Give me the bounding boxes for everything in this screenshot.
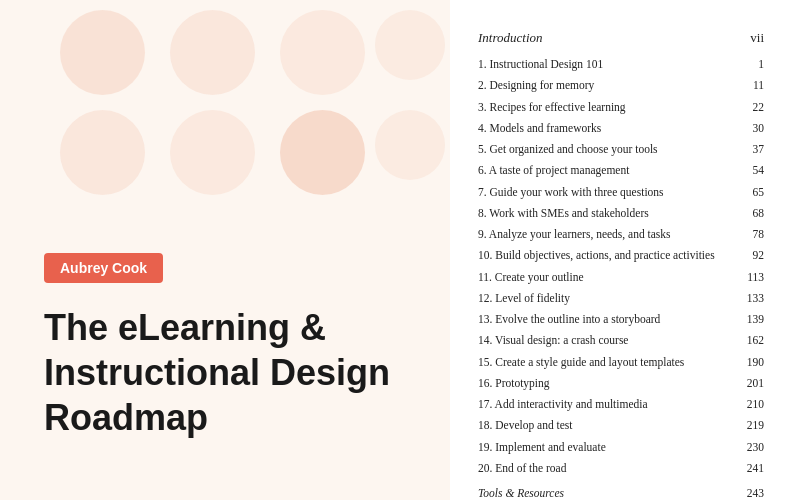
author-badge: Aubrey Cook [44,253,163,283]
toc-item-page: 54 [740,164,764,176]
toc-item-label: 17. Add interactivity and multimedia [478,396,740,413]
toc-item-page: 241 [740,462,764,474]
toc-item: 3. Recipes for effective learning 22 [478,99,764,116]
toc-item-page: 190 [740,356,764,368]
toc-item-page: 68 [740,207,764,219]
toc-item-page: 201 [740,377,764,389]
toc-item: 19. Implement and evaluate 230 [478,439,764,456]
toc-item-page: 30 [740,122,764,134]
left-panel: Aubrey Cook The eLearning & Instructiona… [0,0,450,500]
left-content: Aubrey Cook The eLearning & Instructiona… [44,253,430,440]
toc-item-page: 113 [740,271,764,283]
toc-item: 14. Visual design: a crash course 162 [478,332,764,349]
toc-item-page: 219 [740,419,764,431]
dot-2 [170,10,255,95]
toc-item-label: 3. Recipes for effective learning [478,99,740,116]
toc-item: 15. Create a style guide and layout temp… [478,354,764,371]
dot-8 [375,110,445,180]
toc-item-label: 11. Create your outline [478,269,740,286]
toc-item-label: 6. A taste of project management [478,162,740,179]
toc-appendix-label: Tools & Resources [478,487,564,499]
toc-item-page: 37 [740,143,764,155]
toc-item-page: 230 [740,441,764,453]
toc-item: 2. Designing for memory 11 [478,77,764,94]
toc-item: 13. Evolve the outline into a storyboard… [478,311,764,328]
toc-item: 1. Instructional Design 101 1 [478,56,764,73]
toc-item-page: 139 [740,313,764,325]
toc-item-page: 65 [740,186,764,198]
toc-item-label: 7. Guide your work with three questions [478,184,740,201]
toc-item: 16. Prototyping 201 [478,375,764,392]
toc-item-label: 9. Analyze your learners, needs, and tas… [478,226,740,243]
table-of-contents: Introduction vii 1. Instructional Design… [478,30,764,500]
dot-1 [60,10,145,95]
toc-appendix-page: 243 [747,487,764,499]
toc-item-page: 22 [740,101,764,113]
toc-item-label: 1. Instructional Design 101 [478,56,740,73]
dot-7 [280,110,365,195]
toc-item-label: 20. End of the road [478,460,740,477]
toc-item-label: 5. Get organized and choose your tools [478,141,740,158]
toc-item-label: 4. Models and frameworks [478,120,740,137]
toc-item-page: 78 [740,228,764,240]
toc-item-page: 133 [740,292,764,304]
toc-item-label: 15. Create a style guide and layout temp… [478,354,740,371]
toc-appendix-item: Tools & Resources 243 [478,487,764,499]
dot-3 [280,10,365,95]
book-title: The eLearning & Instructional Design Roa… [44,305,430,440]
toc-appendix: Tools & Resources 243 Collected Question… [478,487,764,500]
toc-item-label: 14. Visual design: a crash course [478,332,740,349]
decorative-dots [0,0,450,240]
toc-intro-row: Introduction vii [478,30,764,46]
toc-item-label: 10. Build objectives, actions, and pract… [478,247,740,264]
toc-item: 11. Create your outline 113 [478,269,764,286]
toc-item-page: 210 [740,398,764,410]
toc-item: 6. A taste of project management 54 [478,162,764,179]
toc-item: 7. Guide your work with three questions … [478,184,764,201]
toc-item-page: 1 [740,58,764,70]
toc-items: 1. Instructional Design 101 1 2. Designi… [478,56,764,477]
right-panel: Introduction vii 1. Instructional Design… [450,0,792,500]
toc-item: 5. Get organized and choose your tools 3… [478,141,764,158]
toc-item: 18. Develop and test 219 [478,417,764,434]
toc-item-page: 11 [740,79,764,91]
toc-item-label: 13. Evolve the outline into a storyboard [478,311,740,328]
toc-intro-page: vii [750,30,764,46]
toc-item: 20. End of the road 241 [478,460,764,477]
dot-5 [60,110,145,195]
toc-item-page: 92 [740,249,764,261]
toc-item: 12. Level of fidelity 133 [478,290,764,307]
toc-item-label: 19. Implement and evaluate [478,439,740,456]
toc-item-label: 12. Level of fidelity [478,290,740,307]
dot-4 [375,10,445,80]
toc-item: 17. Add interactivity and multimedia 210 [478,396,764,413]
toc-item-label: 16. Prototyping [478,375,740,392]
toc-item-label: 18. Develop and test [478,417,740,434]
toc-item: 4. Models and frameworks 30 [478,120,764,137]
dot-6 [170,110,255,195]
toc-item: 8. Work with SMEs and stakeholders 68 [478,205,764,222]
toc-item: 9. Analyze your learners, needs, and tas… [478,226,764,243]
toc-item-label: 8. Work with SMEs and stakeholders [478,205,740,222]
toc-item-label: 2. Designing for memory [478,77,740,94]
toc-item: 10. Build objectives, actions, and pract… [478,247,764,264]
toc-item-page: 162 [740,334,764,346]
toc-intro-title: Introduction [478,30,543,46]
